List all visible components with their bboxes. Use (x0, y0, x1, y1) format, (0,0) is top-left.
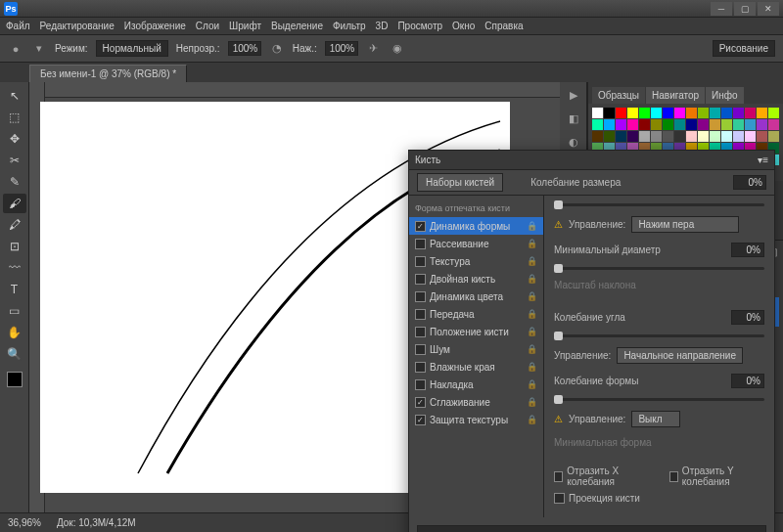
brush-option-row[interactable]: ✓Динамика формы🔒 (409, 217, 543, 235)
brush-presets-button[interactable]: Наборы кистей (417, 173, 503, 192)
swatch[interactable] (674, 119, 685, 130)
angle-control-select[interactable]: Начальное направление (617, 347, 743, 364)
tool-12[interactable]: 🔍 (3, 344, 26, 364)
brush-option-row[interactable]: Текстура🔒 (409, 252, 543, 270)
round-control-select[interactable]: Выкл (631, 411, 680, 427)
swatch[interactable] (698, 131, 709, 142)
swatch[interactable] (686, 108, 697, 118)
menu-фильтр[interactable]: Фильтр (333, 21, 366, 31)
swatch[interactable] (592, 119, 603, 130)
menu-изображение[interactable]: Изображение (124, 21, 186, 31)
menu-просмотр[interactable]: Просмотр (397, 21, 442, 31)
size-control-select[interactable]: Нажим пера (631, 216, 739, 233)
swatch[interactable] (604, 119, 615, 130)
brush-tip-shape-header[interactable]: Форма отпечатка кисти (409, 200, 543, 217)
option-checkbox[interactable] (415, 309, 426, 320)
swatch[interactable] (686, 119, 697, 130)
flip-x-checkbox[interactable] (554, 471, 563, 482)
swatch[interactable] (592, 131, 603, 142)
swatch[interactable] (757, 108, 767, 118)
tool-11[interactable]: ✋ (3, 323, 26, 342)
min-diameter-value[interactable]: 0% (731, 243, 764, 257)
option-checkbox[interactable]: ✓ (415, 397, 426, 408)
brush-option-row[interactable]: Двойная кисть🔒 (409, 270, 543, 288)
tool-1[interactable]: ⬚ (3, 108, 26, 127)
swatch[interactable] (733, 131, 744, 142)
swatch[interactable] (698, 108, 709, 118)
menu-редактирование[interactable]: Редактирование (40, 21, 115, 31)
size-jitter-value[interactable]: 0% (733, 175, 766, 190)
swatch[interactable] (663, 131, 673, 142)
swatch[interactable] (710, 119, 720, 130)
swatch[interactable] (710, 108, 720, 118)
tool-4[interactable]: ✎ (3, 172, 26, 192)
swatch[interactable] (757, 131, 767, 142)
brush-option-row[interactable]: ✓Сглаживание🔒 (409, 393, 543, 411)
lock-icon[interactable]: 🔒 (527, 239, 537, 248)
swatch[interactable] (627, 119, 638, 130)
swatch[interactable] (627, 108, 638, 118)
menu-окно[interactable]: Окно (452, 21, 475, 31)
menu-выделение[interactable]: Выделение (271, 21, 323, 31)
brush-preset-icon[interactable]: ● (8, 41, 23, 57)
swatch[interactable] (616, 131, 626, 142)
swatch[interactable] (639, 119, 650, 130)
tool-0[interactable]: ↖ (3, 86, 26, 106)
pressure-opacity-icon[interactable]: ◔ (269, 41, 285, 57)
tool-8[interactable]: 〰 (3, 258, 26, 278)
menu-файл[interactable]: Файл (6, 21, 30, 31)
option-checkbox[interactable] (415, 379, 426, 390)
swatch[interactable] (674, 131, 685, 142)
brush-projection-checkbox[interactable] (554, 493, 565, 504)
lock-icon[interactable]: 🔒 (527, 327, 537, 336)
tool-3[interactable]: ✂ (3, 151, 26, 170)
swatch[interactable] (604, 131, 615, 142)
swatch[interactable] (639, 131, 650, 142)
swatch[interactable] (745, 108, 756, 118)
lock-icon[interactable]: 🔒 (527, 415, 537, 424)
brush-panel-header[interactable]: Кисть ▾≡ (409, 151, 774, 170)
swatch[interactable] (745, 131, 756, 142)
option-checkbox[interactable] (415, 344, 426, 355)
swatch[interactable] (698, 119, 709, 130)
adjustments-icon[interactable]: ◐ (565, 133, 582, 151)
brush-option-row[interactable]: Динамика цвета🔒 (409, 288, 543, 305)
angle-jitter-slider[interactable] (554, 334, 764, 337)
size-jitter-slider[interactable] (554, 203, 764, 206)
swatch[interactable] (663, 119, 673, 130)
menu-шрифт[interactable]: Шрифт (229, 21, 261, 31)
panel-tab[interactable]: Образцы (592, 87, 645, 104)
option-checkbox[interactable]: ✓ (415, 221, 426, 232)
tool-7[interactable]: ⊡ (3, 237, 26, 256)
lock-icon[interactable]: 🔒 (527, 379, 537, 389)
color-icon[interactable]: ◧ (565, 110, 582, 127)
swatch[interactable] (651, 119, 662, 130)
brush-option-row[interactable]: ✓Защита текстуры🔒 (409, 411, 543, 428)
swatch[interactable] (616, 108, 626, 118)
swatch[interactable] (651, 131, 662, 142)
tool-2[interactable]: ✥ (3, 129, 26, 149)
lock-icon[interactable]: 🔒 (527, 274, 537, 284)
swatch[interactable] (686, 131, 697, 142)
swatch[interactable] (721, 131, 732, 142)
blend-mode-select[interactable]: Нормальный (96, 40, 168, 57)
opacity-input[interactable]: 100% (228, 41, 261, 56)
brush-option-row[interactable]: Шум🔒 (409, 340, 543, 358)
tool-10[interactable]: ▭ (3, 301, 26, 321)
swatch[interactable] (768, 108, 779, 118)
lock-icon[interactable]: 🔒 (527, 309, 537, 319)
swatch[interactable] (710, 131, 720, 142)
option-checkbox[interactable]: ✓ (415, 415, 426, 425)
flow-input[interactable]: 100% (325, 41, 358, 56)
brush-option-row[interactable]: Влажные края🔒 (409, 358, 543, 376)
tool-5[interactable]: 🖌 (3, 194, 26, 213)
lock-icon[interactable]: 🔒 (527, 291, 537, 301)
swatch[interactable] (604, 108, 615, 118)
close-button[interactable]: ✕ (758, 2, 779, 16)
brush-option-row[interactable]: Накладка🔒 (409, 376, 543, 393)
swatch[interactable] (639, 108, 650, 118)
tool-9[interactable]: T (3, 280, 26, 299)
swatch[interactable] (651, 108, 662, 118)
swatch[interactable] (592, 108, 603, 118)
swatch[interactable] (663, 108, 673, 118)
